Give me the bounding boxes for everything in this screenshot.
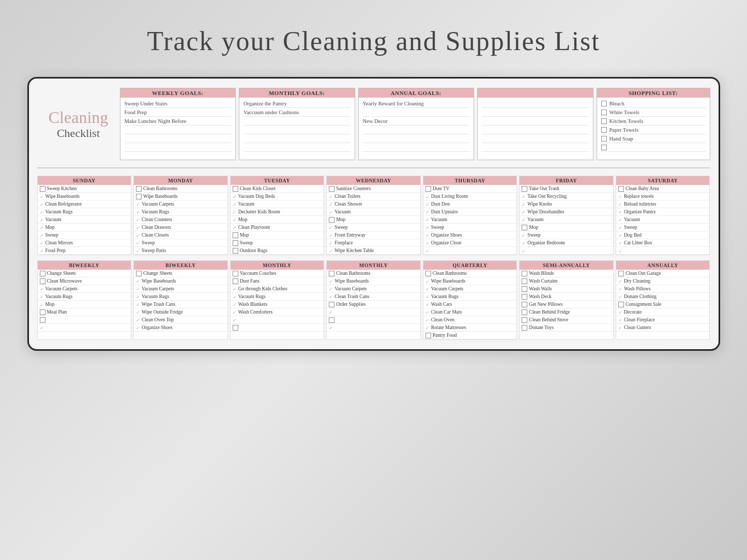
checkmark-icon[interactable]: ✓: [425, 217, 430, 223]
checkmark-icon[interactable]: ✓: [618, 210, 622, 215]
checkbox[interactable]: [136, 186, 142, 192]
checkmark-icon[interactable]: ✓: [40, 325, 44, 331]
checkmark-icon[interactable]: ✓: [618, 310, 622, 315]
checkmark-icon[interactable]: ✓: [136, 279, 140, 284]
checkmark-icon[interactable]: ✓: [425, 318, 430, 323]
checkbox[interactable]: [136, 271, 142, 276]
checkmark-icon[interactable]: ✓: [618, 287, 622, 292]
checkmark-icon[interactable]: ✓: [618, 233, 622, 238]
checkbox[interactable]: [233, 325, 238, 331]
checkmark-icon[interactable]: ✓: [329, 325, 333, 331]
checkbox[interactable]: [40, 309, 45, 315]
checkmark-icon[interactable]: ✓: [136, 302, 140, 307]
checkmark-icon[interactable]: ✓: [329, 279, 333, 284]
checkmark-icon[interactable]: ✓: [136, 202, 140, 207]
checkmark-icon[interactable]: ✓: [233, 217, 237, 223]
checkbox[interactable]: [136, 194, 142, 199]
checkmark-icon[interactable]: ✓: [425, 225, 430, 230]
checkmark-icon[interactable]: ✓: [136, 325, 140, 331]
checkmark-icon[interactable]: ✓: [425, 279, 430, 284]
checkbox[interactable]: [601, 145, 607, 150]
checkmark-icon[interactable]: ✓: [618, 325, 622, 331]
checkbox[interactable]: [329, 317, 334, 323]
checkmark-icon[interactable]: ✓: [40, 233, 44, 238]
checkmark-icon[interactable]: ✓: [618, 294, 622, 300]
checkbox[interactable]: [618, 271, 624, 276]
checkmark-icon[interactable]: ✓: [618, 241, 622, 246]
checkmark-icon[interactable]: ✓: [136, 294, 140, 300]
checkmark-icon[interactable]: ✓: [233, 210, 237, 215]
checkmark-icon[interactable]: ✓: [425, 287, 430, 292]
checkbox[interactable]: [522, 294, 527, 300]
checkbox[interactable]: [40, 186, 45, 192]
checkmark-icon[interactable]: ✓: [329, 248, 333, 254]
checkmark-icon[interactable]: ✓: [618, 217, 622, 223]
checkbox[interactable]: [618, 302, 624, 307]
checkmark-icon[interactable]: ✓: [40, 194, 44, 199]
checkmark-icon[interactable]: ✓: [425, 202, 430, 207]
checkbox[interactable]: [233, 232, 238, 238]
checkmark-icon[interactable]: ✓: [329, 233, 333, 238]
checkmark-icon[interactable]: ✓: [329, 225, 333, 230]
checkmark-icon[interactable]: ✓: [329, 210, 333, 215]
checkbox[interactable]: [329, 271, 334, 276]
checkmark-icon[interactable]: ✓: [40, 210, 44, 215]
checkmark-icon[interactable]: ✓: [40, 225, 44, 230]
checkbox[interactable]: [233, 278, 238, 284]
checkbox[interactable]: [233, 271, 238, 276]
checkmark-icon[interactable]: ✓: [233, 225, 237, 230]
checkmark-icon[interactable]: ✓: [329, 202, 333, 207]
checkmark-icon[interactable]: ✓: [522, 217, 526, 223]
checkmark-icon[interactable]: ✓: [329, 287, 333, 292]
checkbox[interactable]: [233, 240, 238, 246]
checkbox[interactable]: [601, 118, 607, 124]
checkbox[interactable]: [522, 225, 527, 230]
checkbox[interactable]: [522, 286, 527, 292]
checkmark-icon[interactable]: ✓: [618, 248, 622, 254]
checkmark-icon[interactable]: ✓: [233, 287, 237, 292]
checkbox[interactable]: [522, 278, 527, 284]
checkmark-icon[interactable]: ✓: [40, 248, 44, 254]
checkmark-icon[interactable]: ✓: [136, 241, 140, 246]
checkmark-icon[interactable]: ✓: [136, 217, 140, 223]
checkbox[interactable]: [601, 101, 607, 106]
checkmark-icon[interactable]: ✓: [40, 287, 44, 292]
checkmark-icon[interactable]: ✓: [40, 294, 44, 300]
checkmark-icon[interactable]: ✓: [233, 318, 237, 323]
checkbox[interactable]: [233, 248, 238, 254]
checkmark-icon[interactable]: ✓: [618, 318, 622, 323]
checkmark-icon[interactable]: ✓: [522, 248, 526, 254]
checkbox[interactable]: [40, 271, 45, 276]
checkmark-icon[interactable]: ✓: [425, 241, 430, 246]
checkmark-icon[interactable]: ✓: [40, 202, 44, 207]
checkmark-icon[interactable]: ✓: [425, 233, 430, 238]
checkmark-icon[interactable]: ✓: [136, 287, 140, 292]
checkbox[interactable]: [40, 317, 45, 323]
checkbox[interactable]: [522, 317, 527, 323]
checkmark-icon[interactable]: ✓: [425, 310, 430, 315]
checkbox[interactable]: [601, 136, 607, 142]
checkbox[interactable]: [329, 186, 334, 192]
checkmark-icon[interactable]: ✓: [618, 194, 622, 199]
checkbox[interactable]: [425, 186, 431, 192]
checkmark-icon[interactable]: ✓: [618, 202, 622, 207]
checkmark-icon[interactable]: ✓: [233, 194, 237, 199]
checkmark-icon[interactable]: ✓: [233, 302, 237, 307]
checkbox[interactable]: [425, 271, 431, 276]
checkmark-icon[interactable]: ✓: [522, 194, 526, 199]
checkbox[interactable]: [522, 302, 527, 307]
checkmark-icon[interactable]: ✓: [329, 194, 333, 199]
checkbox[interactable]: [329, 217, 334, 223]
checkmark-icon[interactable]: ✓: [136, 210, 140, 215]
checkbox[interactable]: [329, 302, 334, 307]
checkmark-icon[interactable]: ✓: [522, 210, 526, 215]
checkmark-icon[interactable]: ✓: [329, 241, 333, 246]
checkbox[interactable]: [425, 333, 431, 338]
checkmark-icon[interactable]: ✓: [425, 325, 430, 331]
checkmark-icon[interactable]: ✓: [40, 217, 44, 223]
checkbox[interactable]: [601, 110, 607, 115]
checkbox[interactable]: [522, 325, 527, 331]
checkmark-icon[interactable]: ✓: [425, 302, 430, 307]
checkbox[interactable]: [40, 278, 45, 284]
checkmark-icon[interactable]: ✓: [425, 248, 430, 254]
